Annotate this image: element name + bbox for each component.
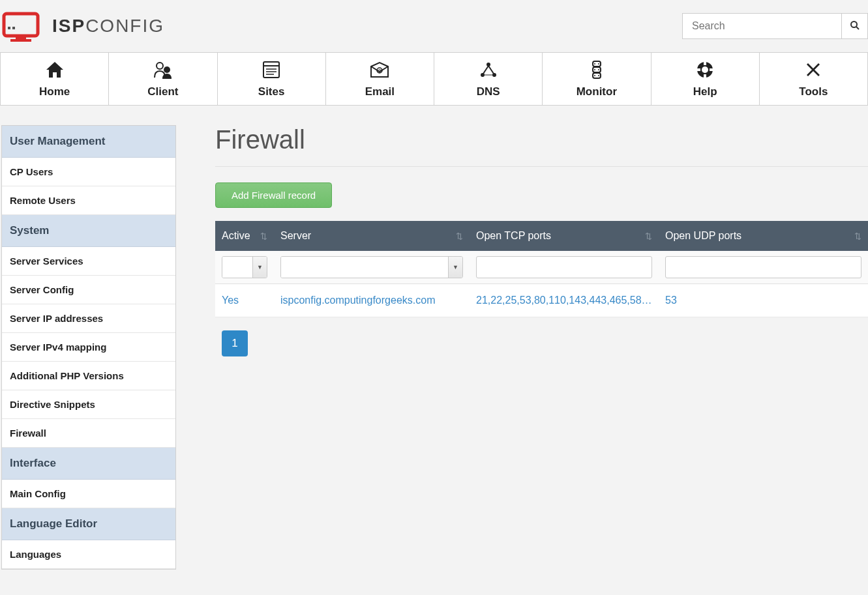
sidebar-item-server-services[interactable]: Server Services — [2, 247, 175, 276]
sidebar-item-server-config[interactable]: Server Config — [2, 276, 175, 304]
nav-home[interactable]: Home — [0, 52, 109, 106]
svg-rect-4 — [12, 27, 15, 29]
dns-icon — [478, 59, 499, 80]
sidebar-section-interface: Interface — [2, 448, 175, 480]
home-icon — [44, 59, 65, 80]
svg-rect-1 — [16, 36, 26, 39]
nav-sites[interactable]: Sites — [218, 52, 326, 106]
nav-tools[interactable]: Tools — [760, 52, 868, 106]
sort-icon: ⇅ — [854, 231, 861, 241]
svg-rect-25 — [593, 67, 601, 72]
sidebar-item-server-ipv4-mapping[interactable]: Server IPv4 mapping — [2, 333, 175, 362]
sidebar-section-language-editor: Language Editor — [2, 508, 175, 540]
nav-label: Tools — [799, 85, 828, 98]
sidebar-item-main-config[interactable]: Main Config — [2, 480, 175, 508]
svg-text:@: @ — [378, 68, 382, 73]
sites-icon — [261, 59, 282, 80]
nav-label: Sites — [258, 85, 285, 98]
svg-line-19 — [483, 66, 488, 74]
sidebar-item-php-versions[interactable]: Additional PHP Versions — [2, 362, 175, 390]
nav-label: Client — [147, 85, 178, 98]
logo[interactable]: ISPCONFIG — [1, 10, 164, 42]
svg-rect-28 — [593, 73, 601, 78]
svg-point-24 — [598, 63, 599, 65]
sidebar-item-directive-snippets[interactable]: Directive Snippets — [2, 390, 175, 419]
nav-label: DNS — [477, 85, 500, 98]
firewall-table: Active ⇅ Server ⇅ Open TCP ports ⇅ Open … — [215, 221, 868, 317]
page-1-button[interactable]: 1 — [222, 330, 248, 356]
svg-rect-0 — [4, 14, 38, 36]
svg-line-20 — [488, 66, 494, 74]
svg-rect-9 — [263, 62, 279, 78]
svg-point-27 — [598, 69, 599, 70]
sort-icon: ⇅ — [456, 231, 463, 241]
table-row[interactable]: Yes ispconfig.computingforgeeks.com 21,2… — [215, 284, 868, 317]
chevron-down-icon: ▼ — [448, 257, 462, 278]
filter-server-select[interactable]: ▼ — [280, 256, 463, 278]
svg-point-7 — [157, 63, 163, 69]
column-header-active[interactable]: Active ⇅ — [215, 221, 274, 251]
nav-label: Email — [365, 85, 395, 98]
column-header-tcp[interactable]: Open TCP ports ⇅ — [470, 221, 659, 251]
cell-active: Yes — [215, 284, 274, 317]
add-firewall-record-button[interactable]: Add Firewall record — [215, 182, 332, 208]
column-header-udp[interactable]: Open UDP ports ⇅ — [659, 221, 868, 251]
column-header-server[interactable]: Server ⇅ — [274, 221, 470, 251]
svg-point-30 — [598, 75, 599, 76]
column-label: Open UDP ports — [665, 230, 741, 241]
column-label: Open TCP ports — [476, 230, 551, 241]
email-icon: @ — [369, 59, 390, 80]
sidebar: User Management CP Users Remote Users Sy… — [1, 125, 176, 570]
nav-client[interactable]: Client — [109, 52, 217, 106]
sidebar-item-remote-users[interactable]: Remote Users — [2, 186, 175, 215]
tools-icon — [803, 59, 824, 80]
nav-dns[interactable]: DNS — [434, 52, 543, 106]
sidebar-section-system: System — [2, 215, 175, 247]
page-title: Firewall — [215, 125, 868, 167]
chevron-down-icon: ▼ — [252, 257, 267, 278]
logo-icon — [1, 10, 47, 42]
svg-point-5 — [851, 22, 857, 27]
nav-monitor[interactable]: Monitor — [543, 52, 651, 106]
sidebar-section-user-management: User Management — [2, 126, 175, 158]
svg-rect-22 — [593, 61, 601, 66]
sidebar-item-cp-users[interactable]: CP Users — [2, 158, 175, 186]
svg-point-29 — [594, 75, 595, 76]
svg-rect-2 — [10, 39, 31, 42]
column-label: Server — [280, 230, 311, 241]
top-nav: Home Client Sites @ Email DNS Monitor H — [0, 52, 868, 106]
svg-line-6 — [856, 27, 859, 29]
search-button[interactable] — [842, 13, 868, 39]
search-icon — [850, 20, 860, 33]
cell-server: ispconfig.computingforgeeks.com — [274, 284, 470, 317]
help-icon — [695, 59, 715, 80]
nav-email[interactable]: @ Email — [326, 52, 434, 106]
svg-rect-36 — [710, 68, 713, 71]
nav-label: Monitor — [576, 85, 617, 98]
cell-udp: 53 — [659, 284, 868, 317]
svg-point-23 — [594, 63, 595, 65]
monitor-icon — [586, 59, 607, 80]
svg-rect-33 — [704, 61, 706, 65]
svg-rect-3 — [8, 27, 10, 29]
search-input[interactable] — [682, 13, 842, 39]
nav-label: Help — [693, 85, 717, 98]
filter-tcp-input[interactable] — [476, 256, 652, 278]
svg-rect-35 — [696, 68, 700, 71]
cell-tcp: 21,22,25,53,80,110,143,443,465,58… — [470, 284, 659, 317]
svg-rect-34 — [704, 74, 706, 78]
sidebar-item-languages[interactable]: Languages — [2, 540, 175, 569]
filter-active-select[interactable]: ▼ — [222, 256, 267, 278]
svg-point-32 — [702, 66, 708, 73]
sidebar-item-firewall[interactable]: Firewall — [2, 419, 175, 448]
filter-udp-input[interactable] — [665, 256, 861, 278]
sort-icon: ⇅ — [260, 231, 267, 241]
nav-help[interactable]: Help — [651, 52, 760, 106]
sidebar-item-server-ip[interactable]: Server IP addresses — [2, 304, 175, 333]
pagination: 1 — [215, 317, 868, 370]
logo-text: ISPCONFIG — [52, 16, 164, 36]
svg-point-26 — [594, 69, 595, 70]
sort-icon: ⇅ — [645, 231, 652, 241]
nav-label: Home — [39, 85, 70, 98]
svg-point-8 — [164, 66, 170, 73]
